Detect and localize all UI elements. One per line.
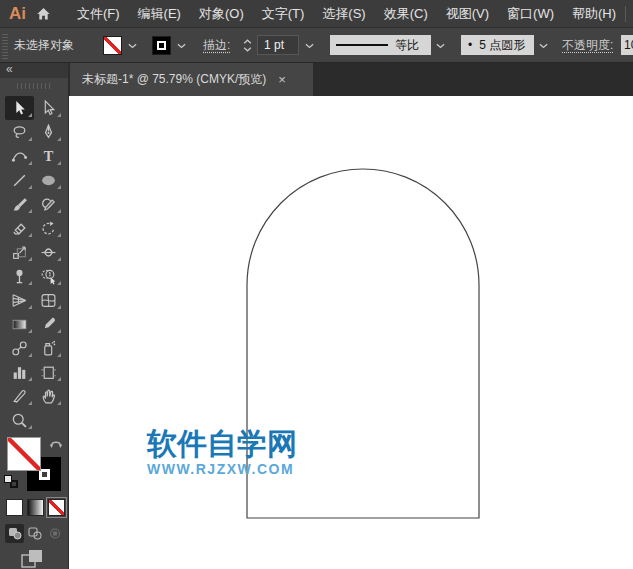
stroke-swatch-ring (157, 41, 166, 50)
gradient-tool[interactable] (5, 312, 34, 336)
chevron-down-icon (305, 43, 314, 49)
width-icon (40, 244, 57, 261)
menu-item-help[interactable]: 帮助(H) (572, 5, 616, 23)
tab-close-button[interactable]: × (278, 73, 286, 86)
menu-item-edit[interactable]: 编辑(E) (138, 5, 181, 23)
home-button[interactable] (35, 4, 52, 24)
screen-mode-icon (20, 548, 46, 569)
tools-panel-grip[interactable] (17, 83, 51, 89)
fill-color-dropdown[interactable] (124, 36, 140, 55)
stroke-weight-stepper[interactable] (241, 35, 254, 56)
magnifier-icon (11, 412, 28, 429)
direct-selection-cursor-icon (40, 100, 57, 117)
default-fill-stroke-button[interactable] (4, 475, 18, 488)
scale-tool[interactable] (5, 240, 34, 264)
eraser-icon (11, 220, 28, 237)
menu-item-effect[interactable]: 效果(C) (384, 5, 428, 23)
pen-tool[interactable] (34, 120, 63, 144)
stepper-up-icon (243, 39, 252, 44)
eraser-tool[interactable] (5, 216, 34, 240)
perspective-grid-tool[interactable] (5, 288, 34, 312)
width-tool[interactable] (34, 240, 63, 264)
blend-tool[interactable] (5, 336, 34, 360)
brush-dropdown[interactable] (535, 36, 551, 55)
opacity-label[interactable]: 不透明度: (562, 28, 613, 62)
artwork-layer (69, 96, 633, 569)
document-tab[interactable]: 未标题-1* @ 75.79% (CMYK/预览) × (70, 63, 313, 96)
lasso-tool[interactable] (5, 120, 34, 144)
menu-list: 文件(F) 编辑(E) 对象(O) 文字(T) 选择(S) 效果(C) 视图(V… (77, 5, 616, 23)
ellipse-icon (40, 172, 57, 189)
variable-width-profile-select[interactable]: 等比 (330, 35, 431, 55)
shaper-tool[interactable] (34, 192, 63, 216)
menu-item-object[interactable]: 对象(O) (199, 5, 244, 23)
eyedropper-icon (40, 316, 57, 333)
width-profile-line-preview (336, 44, 388, 46)
paintbrush-tool[interactable] (5, 192, 34, 216)
width-profile-dropdown[interactable] (432, 36, 448, 55)
shape-builder-icon (40, 268, 57, 285)
perspective-grid-icon (11, 292, 28, 309)
menu-item-type[interactable]: 文字(T) (262, 5, 305, 23)
artboard-icon (40, 364, 57, 381)
ellipse-tool[interactable] (34, 168, 63, 192)
none-button[interactable] (48, 499, 65, 516)
menubar: Ai 文件(F) 编辑(E) 对象(O) 文字(T) 选择(S) 效果(C) 视… (0, 0, 633, 28)
bar-chart-icon (11, 364, 28, 381)
draw-behind-button[interactable] (25, 524, 44, 543)
scale-icon (11, 244, 28, 261)
paintbrush-icon (11, 196, 28, 213)
tools-panel-collapse-button[interactable]: « (0, 63, 68, 78)
menu-item-view[interactable]: 视图(V) (446, 5, 489, 23)
menu-item-window[interactable]: 窗口(W) (507, 5, 554, 23)
symbol-sprayer-tool[interactable] (34, 336, 63, 360)
draw-inside-icon (48, 527, 62, 540)
menu-item-file[interactable]: 文件(F) (77, 5, 120, 23)
lasso-icon (11, 124, 28, 141)
app-logo: Ai (9, 4, 26, 24)
zoom-tool[interactable] (5, 408, 34, 432)
shape-builder-tool[interactable] (34, 264, 63, 288)
stroke-weight-label[interactable]: 描边: (203, 28, 230, 62)
draw-normal-button[interactable] (5, 524, 24, 543)
selection-tool[interactable] (5, 96, 34, 120)
hand-tool[interactable] (34, 384, 63, 408)
svg-text:T: T (44, 148, 54, 164)
gradient-button[interactable] (27, 499, 44, 516)
eyedropper-tool[interactable] (34, 312, 63, 336)
gradient-icon (11, 316, 28, 333)
chevron-down-icon (177, 43, 186, 49)
draw-inside-button (45, 524, 64, 543)
color-button[interactable] (6, 499, 23, 516)
tools-panel: « T (0, 63, 69, 569)
tool-grid: T (5, 96, 63, 432)
change-screen-mode-button[interactable] (20, 548, 46, 569)
fill-color-swatch-none[interactable] (103, 36, 122, 55)
rotate-tool[interactable] (34, 216, 63, 240)
rotate-icon (40, 220, 57, 237)
spray-can-icon (40, 340, 57, 357)
knife-icon (11, 388, 28, 405)
menu-item-select[interactable]: 选择(S) (322, 5, 365, 23)
artboard-canvas[interactable]: 软件自学网 WWW.RJZXW.COM (69, 96, 633, 569)
direct-selection-tool[interactable] (34, 96, 63, 120)
artboard-tool[interactable] (34, 360, 63, 384)
stroke-color-dropdown[interactable] (173, 36, 189, 55)
type-tool[interactable]: T (34, 144, 63, 168)
curvature-tool[interactable] (5, 144, 34, 168)
menubar-right (616, 6, 633, 22)
puppet-warp-tool[interactable] (5, 264, 34, 288)
opacity-value[interactable]: 100 (621, 35, 633, 55)
line-segment-tool[interactable] (5, 168, 34, 192)
drawing-mode-buttons (5, 524, 64, 543)
slice-tool[interactable] (5, 384, 34, 408)
stroke-weight-dropdown[interactable] (301, 36, 317, 55)
control-bar-grip[interactable] (2, 32, 8, 59)
stroke-color-swatch[interactable] (152, 36, 171, 55)
brush-definition-select[interactable]: • 5 点圆形 (461, 35, 534, 55)
fill-color-indicator-none[interactable] (7, 437, 41, 471)
stroke-weight-value[interactable]: 1 pt (257, 35, 299, 55)
column-graph-tool[interactable] (5, 360, 34, 384)
swap-fill-stroke-button[interactable] (49, 435, 63, 453)
mesh-tool[interactable] (34, 288, 63, 312)
